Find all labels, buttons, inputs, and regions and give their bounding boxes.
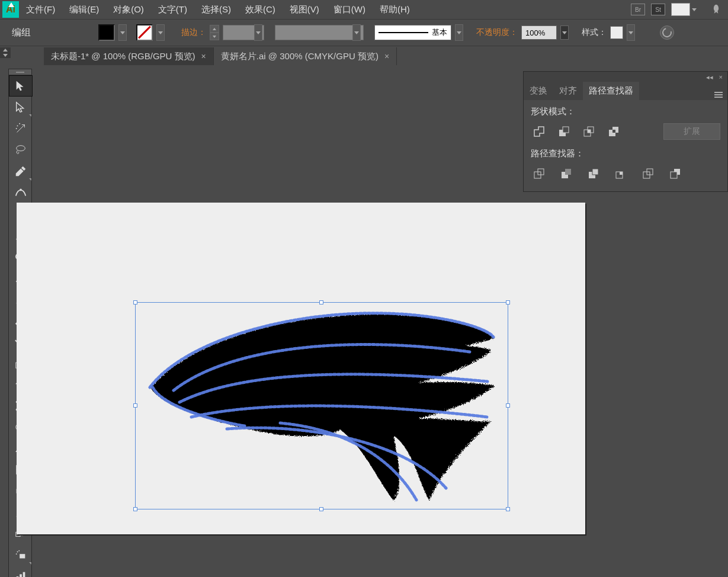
menu-effect[interactable]: 效果(C) [238,0,283,19]
stroke-weight-stepper[interactable] [210,25,219,40]
exclude-button[interactable] [605,123,622,140]
menu-type[interactable]: 文字(T) [151,0,194,19]
pathfinders-label: 路径查找器： [531,148,720,159]
brush-dropdown[interactable] [455,24,463,41]
svg-rect-46 [620,172,623,175]
panel-menu-icon[interactable] [710,89,727,100]
panel-titlebar[interactable]: ◂◂ × [524,72,727,82]
pathfinder-panel: ◂◂ × 变换 对齐 路径查找器 形状模式： 扩展 路径查找器： [523,71,728,192]
opacity-label: 不透明度： [476,27,518,38]
stock-button[interactable]: St [651,4,665,15]
tab-transform[interactable]: 变换 [524,82,553,100]
svg-rect-32 [563,127,569,133]
search-docs-icon[interactable] [710,4,722,15]
symbol-sprayer-tool[interactable] [9,544,33,566]
svg-point-27 [16,553,17,554]
main-area: T [0,66,728,577]
menu-file[interactable]: 文件(F) [19,0,62,19]
svg-rect-35 [588,130,591,133]
svg-point-2 [16,128,17,129]
menu-help[interactable]: 帮助(H) [373,0,417,19]
lasso-tool[interactable] [9,139,33,161]
control-bar: 编组 描边： 基本 不透明度： 100% 样式： [0,19,728,46]
minus-back-button[interactable] [667,165,684,182]
handle-mid-left[interactable] [133,403,137,408]
stroke-dropdown[interactable] [156,24,165,41]
divide-button[interactable] [531,165,547,182]
opacity-dropdown[interactable] [560,25,569,40]
svg-point-1 [19,123,20,124]
svg-rect-38 [612,130,615,133]
stroke-label: 描边： [181,27,206,38]
stroke-profile-combo[interactable] [275,25,364,40]
menu-edit[interactable]: 编辑(E) [62,0,106,19]
menu-window[interactable]: 窗口(W) [326,0,373,19]
unite-button[interactable] [531,123,547,140]
style-well[interactable] [610,26,623,39]
document-tab-1[interactable]: 未标题-1* @ 100% (RGB/GPU 预览) × [44,47,214,65]
artboard[interactable] [17,203,585,534]
document-tabs: 未标题-1* @ 100% (RGB/GPU 预览) × 黄妍名片.ai @ 3… [0,46,728,65]
opacity-field[interactable]: 100% [521,25,557,40]
document-tab-2[interactable]: 黄妍名片.ai @ 300% (CMYK/GPU 预览) × [214,47,397,65]
close-icon[interactable]: × [384,52,389,61]
menu-bar: Ai 文件(F) 编辑(E) 对象(O) 文字(T) 选择(S) 效果(C) 视… [0,0,728,19]
menu-view[interactable]: 视图(V) [283,0,326,19]
handle-bot-right[interactable] [506,507,510,511]
brush-preview-icon [379,32,428,33]
artwork[interactable] [138,304,505,506]
tab-title: 黄妍名片.ai @ 300% (CMYK/GPU 预览) [221,51,379,62]
close-icon[interactable]: × [719,73,723,81]
close-icon[interactable]: × [201,52,206,61]
selection-tool[interactable] [9,75,33,97]
svg-point-0 [17,126,18,127]
style-label: 样式： [582,27,607,38]
stroke-weight-input[interactable] [223,26,254,39]
style-dropdown[interactable] [627,24,635,41]
crop-button[interactable] [612,165,629,182]
handle-bot-left[interactable] [133,507,137,511]
tab-title: 未标题-1* @ 100% (RGB/GPU 预览) [51,51,195,62]
magic-wand-tool[interactable] [9,118,33,139]
workspace-switcher[interactable] [671,3,690,16]
column-graph-tool[interactable] [9,566,33,577]
stroke-profile-input[interactable] [275,26,352,39]
selection-type-label: 编组 [5,27,38,39]
panel-tabs: 变换 对齐 路径查找器 [524,82,727,100]
tab-align[interactable]: 对齐 [553,82,583,100]
menu-object[interactable]: 对象(O) [106,0,151,19]
recolor-artwork-button[interactable] [660,25,674,40]
stroke-weight-combo[interactable] [223,25,264,40]
collapse-icon[interactable]: ◂◂ [706,73,713,81]
menu-select[interactable]: 选择(S) [194,0,238,19]
direct-selection-tool[interactable] [9,97,33,118]
app-icon: Ai [2,1,19,18]
svg-rect-42 [565,169,571,175]
trim-button[interactable] [558,165,575,182]
fill-dropdown[interactable] [118,24,127,41]
fill-color-well[interactable] [98,24,115,41]
handle-top-left[interactable] [133,300,137,304]
outline-button[interactable] [640,165,656,182]
svg-rect-29 [20,574,22,577]
tab-pathfinder[interactable]: 路径查找器 [583,82,639,100]
handle-mid-right[interactable] [506,403,510,408]
expand-button[interactable]: 扩展 [663,123,720,140]
intersect-button[interactable] [581,123,597,140]
handle-top-right[interactable] [506,300,510,304]
svg-rect-50 [671,172,677,178]
dock-toggle[interactable] [0,47,11,58]
merge-button[interactable] [585,165,602,182]
curvature-tool[interactable] [9,182,33,203]
handle-top-mid[interactable] [319,300,323,304]
pen-tool[interactable] [9,161,33,182]
stroke-color-well[interactable] [136,24,153,41]
svg-point-26 [18,550,20,552]
handle-bot-mid[interactable] [319,507,323,511]
svg-rect-30 [23,572,25,577]
minus-front-button[interactable] [556,123,572,140]
brush-definition[interactable]: 基本 [374,25,451,40]
svg-point-3 [17,146,25,151]
bridge-button[interactable]: Br [631,4,645,15]
toolbox-grip[interactable] [9,69,31,75]
